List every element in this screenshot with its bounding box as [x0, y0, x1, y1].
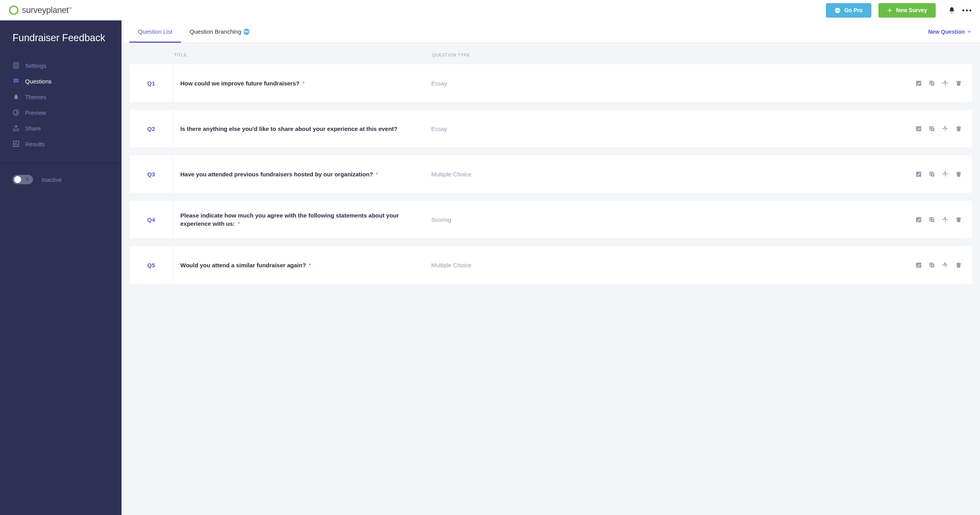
duplicate-icon[interactable]: [928, 261, 935, 268]
tab-label: Question List: [138, 28, 172, 35]
question-title: Would you attend a similar fundraiser ag…: [173, 246, 431, 284]
plus-icon: [887, 8, 892, 13]
sidebar-item-label: Settings: [25, 62, 46, 69]
sidebar-item-label: Themes: [25, 94, 46, 100]
question-actions: [498, 110, 972, 147]
tabs-row: Question List Question Branching PRO New…: [122, 20, 980, 43]
chevron-down-icon: [967, 29, 971, 34]
active-toggle[interactable]: ✕: [13, 175, 33, 184]
survey-title: Fundraiser Feedback: [0, 20, 122, 53]
sidebar-item-preview[interactable]: Preview: [0, 105, 122, 120]
svg-point-7: [13, 110, 19, 115]
main-panel: Question List Question Branching PRO New…: [122, 20, 980, 515]
edit-icon[interactable]: [915, 261, 922, 268]
question-actions: [498, 155, 972, 193]
svg-rect-3: [14, 63, 18, 68]
edit-icon[interactable]: [915, 170, 922, 178]
pro-badge-icon: PRO: [243, 29, 250, 35]
sidebar-item-label: Questions: [25, 78, 52, 85]
move-icon[interactable]: [942, 80, 949, 87]
sidebar-item-label: Results: [25, 141, 45, 147]
brand-name: surveyplanet™: [22, 5, 72, 15]
duplicate-icon[interactable]: [928, 125, 935, 132]
trash-icon[interactable]: [955, 125, 962, 132]
col-title: TITLE: [174, 53, 432, 57]
sidebar-item-settings[interactable]: Settings: [0, 58, 122, 73]
target-icon: [13, 109, 20, 116]
move-icon[interactable]: [942, 125, 949, 132]
question-type: Multiple Choice: [431, 155, 498, 193]
new-survey-button[interactable]: New Survey: [878, 3, 936, 18]
comment-icon: [13, 78, 20, 85]
question-type: Essay: [431, 110, 498, 147]
move-icon[interactable]: [942, 170, 949, 178]
edit-icon[interactable]: [915, 80, 922, 87]
question-row[interactable]: Q1How could we improve future fundraiser…: [129, 64, 972, 102]
sidebar: Fundraiser Feedback SettingsQuestionsThe…: [0, 20, 122, 515]
notifications-icon[interactable]: [948, 7, 955, 14]
question-type: Scoring: [431, 201, 498, 238]
go-pro-label: Go Pro: [844, 7, 863, 13]
required-star: *: [238, 220, 240, 227]
brand-logo[interactable]: surveyplanet™: [9, 5, 72, 15]
sidebar-item-themes[interactable]: Themes: [0, 89, 122, 105]
svg-point-4: [15, 80, 16, 81]
new-question-label: New Question: [928, 29, 965, 35]
tab-label: Question Branching: [190, 28, 241, 35]
share-icon: [13, 125, 20, 132]
move-icon[interactable]: [942, 216, 949, 223]
chart-icon: [13, 140, 20, 147]
question-title: Is there anything else you'd like to sha…: [173, 110, 431, 147]
duplicate-icon[interactable]: [928, 170, 935, 178]
new-survey-label: New Survey: [896, 7, 927, 13]
required-star: *: [309, 262, 311, 268]
question-number: Q1: [129, 64, 173, 102]
question-type: Essay: [431, 64, 498, 102]
question-actions: [498, 64, 972, 102]
question-row[interactable]: Q3Have you attended previous fundraisers…: [129, 155, 972, 193]
col-qtype: QUESTION TYPE: [432, 53, 506, 57]
question-actions: [498, 246, 972, 284]
tab-question-list[interactable]: Question List: [129, 20, 181, 43]
sidebar-item-label: Preview: [25, 109, 46, 116]
question-row[interactable]: Q5Would you attend a similar fundraiser …: [129, 246, 972, 284]
tab-question-branching[interactable]: Question Branching PRO: [181, 20, 259, 43]
question-title: How could we improve future fundraisers?…: [173, 64, 431, 102]
required-star: *: [376, 171, 378, 178]
question-number: Q2: [129, 110, 173, 147]
question-title: Please indicate how much you agree with …: [173, 201, 431, 238]
question-number: Q3: [129, 155, 173, 193]
sidebar-item-share[interactable]: Share: [0, 120, 122, 136]
top-header: surveyplanet™ PRO Go Pro New Survey: [0, 0, 980, 20]
question-row[interactable]: Q4Please indicate how much you agree wit…: [129, 201, 972, 238]
trash-icon[interactable]: [955, 80, 962, 87]
new-question-button[interactable]: New Question: [928, 29, 971, 35]
trash-icon[interactable]: [955, 261, 962, 268]
question-number: Q4: [129, 201, 173, 238]
go-pro-button[interactable]: PRO Go Pro: [826, 3, 871, 18]
drop-icon: [13, 93, 20, 100]
svg-text:PRO: PRO: [835, 9, 840, 12]
svg-point-5: [16, 80, 17, 81]
sidebar-item-questions[interactable]: Questions: [0, 73, 122, 89]
pro-badge-icon: PRO: [835, 7, 840, 13]
sidebar-item-results[interactable]: Results: [0, 136, 122, 152]
toggle-label: Inactive: [42, 176, 62, 183]
question-row[interactable]: Q2Is there anything else you'd like to s…: [129, 110, 972, 147]
sliders-icon: [13, 62, 20, 69]
move-icon[interactable]: [942, 261, 949, 268]
trash-icon[interactable]: [955, 170, 962, 178]
required-star: *: [302, 80, 305, 87]
duplicate-icon[interactable]: [928, 216, 935, 223]
trash-icon[interactable]: [955, 216, 962, 223]
duplicate-icon[interactable]: [928, 80, 935, 87]
more-menu-icon[interactable]: [962, 9, 971, 11]
question-number: Q5: [129, 246, 173, 284]
logo-icon: [9, 5, 19, 15]
list-column-headers: TITLE QUESTION TYPE: [122, 43, 980, 64]
question-actions: [498, 201, 972, 238]
edit-icon[interactable]: [915, 216, 922, 223]
question-type: Multiple Choice: [431, 246, 498, 284]
question-title: Have you attended previous fundraisers h…: [173, 155, 431, 193]
edit-icon[interactable]: [915, 125, 922, 132]
